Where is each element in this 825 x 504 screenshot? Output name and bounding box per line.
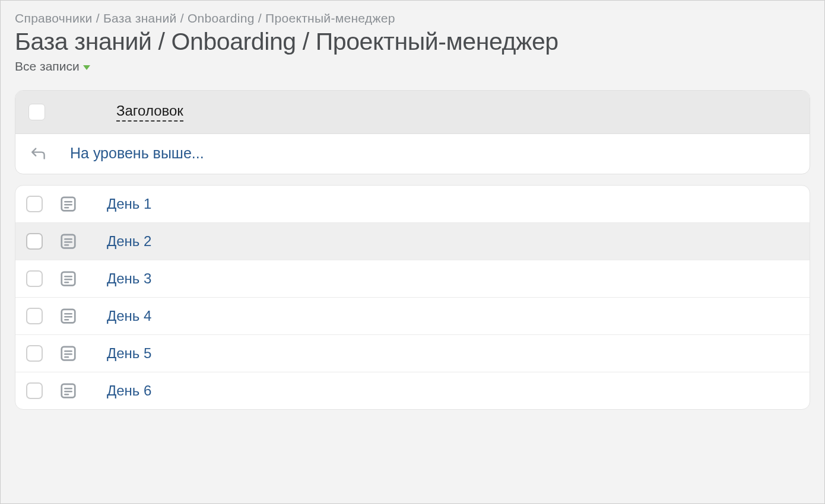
row-title-link[interactable]: День 2 (107, 233, 151, 250)
column-header-title[interactable]: Заголовок (116, 103, 183, 122)
list-item[interactable]: День 2 (15, 223, 810, 260)
note-icon (59, 307, 77, 325)
list-item[interactable]: День 5 (15, 335, 810, 372)
row-checkbox[interactable] (26, 196, 43, 212)
select-all-checkbox[interactable] (28, 104, 45, 120)
level-up-icon (30, 146, 47, 161)
row-checkbox[interactable] (26, 233, 43, 250)
row-checkbox[interactable] (26, 382, 43, 399)
row-checkbox[interactable] (26, 270, 43, 287)
filter-dropdown[interactable]: Все записи (15, 59, 810, 74)
table-header-container: Заголовок На уровень выше... (15, 90, 810, 174)
note-icon (59, 270, 77, 288)
list-item[interactable]: День 3 (15, 260, 810, 298)
note-icon (59, 195, 77, 213)
row-title-link[interactable]: День 3 (107, 270, 151, 287)
row-title-link[interactable]: День 4 (107, 308, 151, 324)
row-checkbox[interactable] (26, 345, 43, 362)
note-icon (59, 344, 77, 362)
note-icon (59, 232, 77, 250)
table-header-row: Заголовок (15, 91, 810, 134)
level-up-label: На уровень выше... (70, 145, 204, 162)
row-title-link[interactable]: День 5 (107, 345, 151, 362)
breadcrumb[interactable]: Справочники / База знаний / Onboarding /… (15, 11, 810, 25)
row-title-link[interactable]: День 1 (107, 196, 151, 212)
list-item[interactable]: День 1 (15, 186, 810, 223)
row-title-link[interactable]: День 6 (107, 382, 151, 399)
row-checkbox[interactable] (26, 308, 43, 324)
list-item[interactable]: День 6 (15, 372, 810, 409)
records-list: День 1 День 2 День 3 День 4 (15, 185, 810, 410)
chevron-down-icon (83, 65, 90, 70)
note-icon (59, 382, 77, 400)
filter-label: Все записи (15, 59, 80, 74)
list-item[interactable]: День 4 (15, 298, 810, 335)
page-title: База знаний / Onboarding / Проектный-мен… (15, 28, 810, 56)
level-up-row[interactable]: На уровень выше... (15, 134, 810, 174)
